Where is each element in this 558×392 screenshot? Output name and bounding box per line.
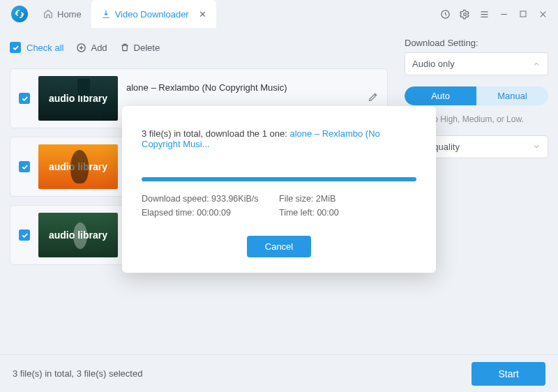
elapsed-label: Elapsed time: [142,208,197,218]
modal-message: 3 file(s) in total, download the 1 one: … [142,128,416,149]
timeleft-value: 00:00 [317,208,338,218]
size-label: File size: [279,194,316,204]
speed-label: Download speed: [142,194,211,204]
modal-prefix: 3 file(s) in total, download the 1 one: [142,128,289,139]
progress-bar [142,177,416,181]
cancel-button[interactable]: Cancel [247,236,311,257]
elapsed-value: 00:00:09 [197,208,231,218]
size-value: 2MiB [316,194,335,204]
speed-value: 933.96KiB/s [211,194,258,204]
timeleft-label: Time left: [279,208,317,218]
download-progress-modal: 3 file(s) in total, download the 1 one: … [122,106,436,273]
